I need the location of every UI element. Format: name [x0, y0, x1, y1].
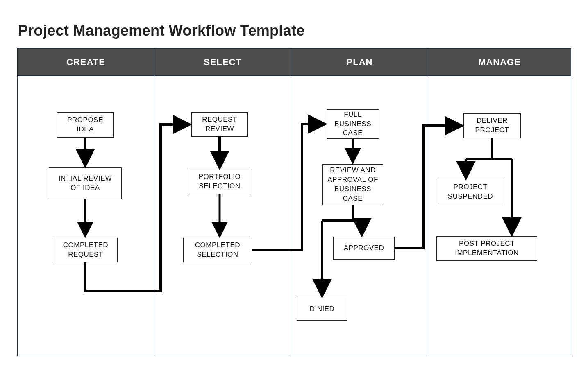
box-approved: APPROVED — [333, 237, 395, 260]
page-title: Project Management Workflow Template — [18, 22, 574, 39]
box-deliver-project: DELIVER PROJECT — [463, 113, 521, 138]
lane-header-plan: PLAN — [291, 49, 428, 76]
box-denied: DINIED — [297, 298, 347, 321]
lane-header-create: CREATE — [18, 49, 154, 76]
page: Project Management Workflow Template CRE… — [0, 0, 588, 391]
box-request-review: REQUEST REVIEW — [191, 112, 248, 137]
box-completed-request: COMPLETED REQUEST — [54, 238, 118, 262]
lane-header-select: SELECT — [154, 49, 291, 76]
box-review-approval: REVIEW AND APPROVAL OF BUSINESS CASE — [322, 164, 383, 205]
box-full-business-case: FULL BUSINESS CASE — [327, 109, 379, 139]
lane-select: SELECT — [154, 49, 291, 356]
lane-create: CREATE — [18, 49, 154, 356]
box-completed-selection: COMPLETED SELECTION — [183, 238, 252, 262]
box-propose-idea: PROPOSE IDEA — [57, 112, 114, 138]
box-post-project-impl: POST PROJECT IMPLEMENTATION — [436, 236, 537, 261]
box-project-suspended: PROJECT SUSPENDED — [439, 180, 502, 204]
lane-header-manage: MANAGE — [428, 49, 571, 76]
workflow-diagram: CREATE SELECT PLAN MANAGE PROPOSE IDEA I… — [17, 48, 571, 356]
box-portfolio-selection: PORTFOLIO SELECTION — [189, 170, 250, 194]
box-initial-review: INTIAL REVIEW OF IDEA — [49, 167, 122, 199]
